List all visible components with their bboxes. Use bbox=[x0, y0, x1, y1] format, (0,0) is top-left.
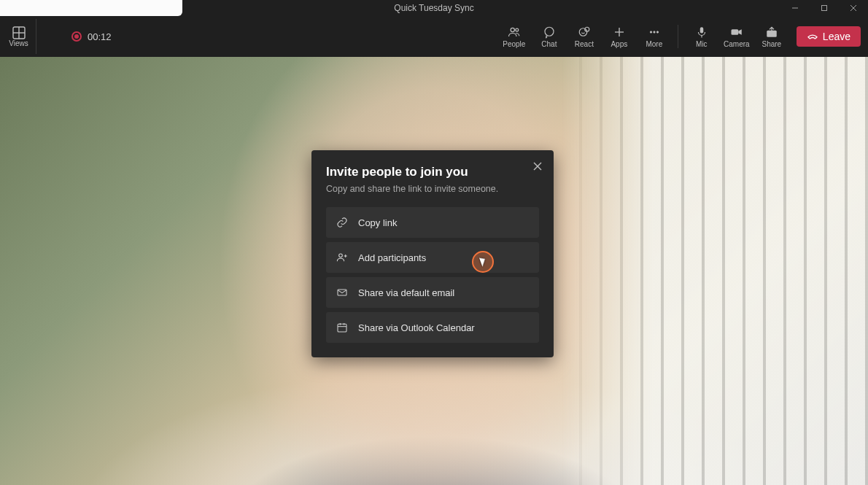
plus-icon bbox=[613, 26, 626, 39]
svg-point-14 bbox=[650, 31, 651, 32]
titlebar: Quick Tuesday Sync bbox=[0, 0, 868, 16]
mic-icon bbox=[695, 26, 708, 39]
camera-icon bbox=[730, 26, 743, 39]
recording-indicator: 00:12 bbox=[71, 31, 112, 42]
share-icon bbox=[765, 26, 778, 39]
svg-rect-1 bbox=[822, 6, 827, 11]
mic-label: Mic bbox=[696, 40, 708, 48]
more-button[interactable]: More bbox=[637, 19, 672, 54]
add-participants-option[interactable]: Add participants bbox=[326, 242, 539, 273]
react-icon bbox=[578, 26, 591, 39]
meeting-toolbar: Views 00:12 People Chat React Apps More bbox=[0, 16, 868, 57]
hangup-icon bbox=[807, 31, 818, 42]
svg-rect-17 bbox=[700, 27, 704, 33]
share-button[interactable]: Share bbox=[754, 19, 789, 54]
chat-button[interactable]: Chat bbox=[532, 19, 567, 54]
views-label: Views bbox=[9, 39, 28, 47]
apps-label: Apps bbox=[611, 40, 627, 48]
svg-rect-26 bbox=[338, 290, 346, 295]
leave-label: Leave bbox=[823, 31, 850, 42]
close-icon bbox=[532, 161, 543, 171]
mic-button[interactable]: Mic bbox=[684, 19, 719, 54]
add-participants-label: Add participants bbox=[358, 252, 426, 263]
modal-title: Invite people to join you bbox=[326, 165, 539, 179]
modal-subtitle: Copy and share the link to invite someon… bbox=[326, 184, 539, 194]
window-tab-handle bbox=[0, 0, 182, 16]
meeting-title: Quick Tuesday Sync bbox=[394, 3, 473, 13]
share-outlook-label: Share via Outlook Calendar bbox=[358, 322, 475, 333]
recording-time: 00:12 bbox=[88, 31, 112, 42]
modal-close-button[interactable] bbox=[529, 158, 546, 175]
people-label: People bbox=[503, 40, 525, 48]
chat-label: Chat bbox=[541, 40, 557, 48]
svg-rect-27 bbox=[338, 324, 346, 332]
camera-label: Camera bbox=[724, 40, 750, 48]
modal-options: Copy link Add participants Share via def… bbox=[326, 207, 539, 343]
svg-point-8 bbox=[516, 28, 519, 31]
share-label: Share bbox=[762, 40, 782, 48]
share-outlook-option[interactable]: Share via Outlook Calendar bbox=[326, 312, 539, 343]
svg-point-23 bbox=[339, 254, 343, 257]
svg-point-7 bbox=[511, 28, 514, 31]
close-button[interactable] bbox=[839, 0, 868, 16]
svg-point-15 bbox=[654, 31, 655, 32]
people-button[interactable]: People bbox=[497, 19, 532, 54]
react-label: React bbox=[575, 40, 594, 48]
window-controls bbox=[780, 0, 868, 16]
react-button[interactable]: React bbox=[567, 19, 602, 54]
share-email-option[interactable]: Share via default email bbox=[326, 277, 539, 308]
svg-rect-19 bbox=[731, 29, 738, 35]
grid-icon bbox=[12, 26, 26, 39]
calendar-icon bbox=[336, 322, 348, 333]
record-icon bbox=[71, 31, 82, 42]
chat-icon bbox=[543, 26, 556, 39]
maximize-button[interactable] bbox=[810, 0, 839, 16]
svg-point-16 bbox=[656, 31, 658, 32]
link-icon bbox=[336, 217, 348, 228]
more-label: More bbox=[646, 40, 662, 48]
add-person-icon bbox=[336, 252, 348, 263]
copy-link-option[interactable]: Copy link bbox=[326, 207, 539, 238]
mail-icon bbox=[336, 287, 348, 298]
minimize-button[interactable] bbox=[780, 0, 810, 16]
views-button[interactable]: Views bbox=[7, 19, 36, 54]
camera-button[interactable]: Camera bbox=[719, 19, 754, 54]
toolbar-separator bbox=[678, 25, 678, 48]
more-icon bbox=[648, 26, 661, 39]
apps-button[interactable]: Apps bbox=[602, 19, 637, 54]
invite-modal: Invite people to join you Copy and share… bbox=[311, 150, 554, 357]
leave-button[interactable]: Leave bbox=[797, 26, 861, 47]
people-icon bbox=[508, 26, 521, 39]
svg-point-10 bbox=[579, 28, 587, 36]
copy-link-label: Copy link bbox=[358, 217, 397, 228]
share-email-label: Share via default email bbox=[358, 287, 454, 298]
svg-point-9 bbox=[545, 27, 554, 36]
